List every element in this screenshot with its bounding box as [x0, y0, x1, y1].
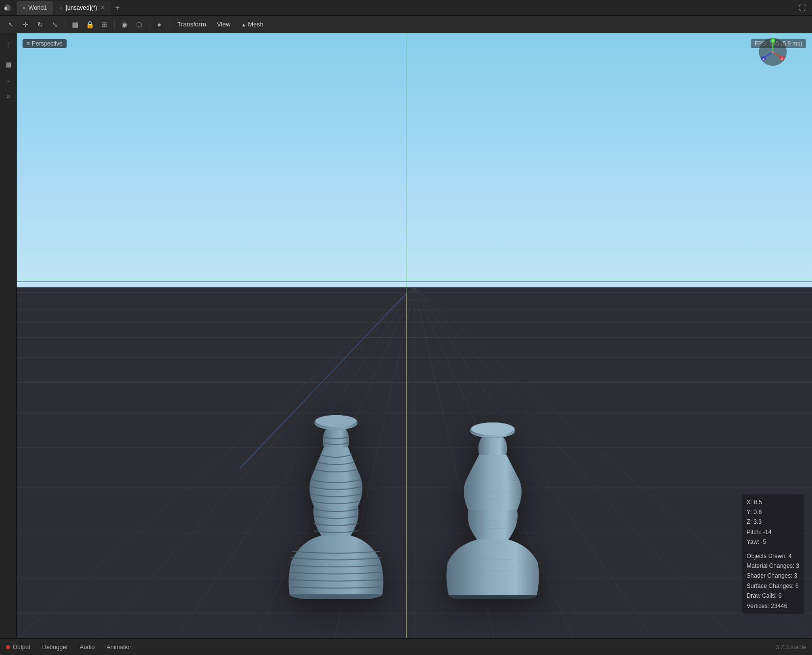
stat-spacer [747, 547, 799, 551]
tab-icon-active: ○ [60, 5, 63, 10]
status-bar: Output Debugger Audio Animation 3.2.3.st… [0, 638, 812, 655]
stat-surface: Surface Changes: 6 [747, 581, 799, 591]
stat-y: Y: 0.8 [747, 507, 799, 517]
left-sidebar: ⋮ ▦ ≡ ⌕ [0, 33, 17, 638]
status-debugger[interactable]: Debugger [42, 644, 68, 651]
svg-point-48 [771, 50, 774, 53]
scale-tool-button[interactable]: ⤡ [48, 18, 62, 31]
menu-view[interactable]: View [212, 19, 236, 30]
move-tool-button[interactable]: ✛ [19, 18, 32, 31]
world-button[interactable]: ◉ [118, 18, 131, 31]
perspective-label[interactable]: ≡ Perspective [23, 39, 67, 48]
stat-materials: Material Changes: 3 [747, 561, 799, 571]
window-controls: ● [4, 4, 11, 11]
env-button[interactable]: ⬡ [132, 18, 146, 31]
output-dot [6, 645, 10, 649]
status-animation[interactable]: Animation [106, 644, 132, 651]
snap-button[interactable]: ⊞ [97, 18, 111, 31]
navigation-gizmo[interactable]: Y X Z [758, 37, 788, 67]
svg-text:X: X [781, 57, 783, 60]
title-bar: ● ● World1 ○ [unsaved](*) ✕ + ⛶ [0, 0, 812, 16]
tab-world1[interactable]: ● World1 [17, 1, 53, 15]
tab-label: World1 [28, 4, 47, 11]
stat-objects: Objects Drawn: 4 [747, 551, 799, 561]
sidebar-grid[interactable]: ▦ [1, 57, 15, 71]
svg-line-19 [414, 287, 494, 638]
toolbar-separator-4 [169, 20, 169, 29]
svg-line-20 [414, 287, 573, 638]
stat-yaw: Yaw: -5 [747, 537, 799, 547]
lock-button[interactable]: 🔒 [83, 18, 96, 31]
sidebar-separator-1 [3, 54, 13, 54]
version-label: 3.2.3.stable [776, 644, 806, 651]
tool-dot[interactable]: ● [152, 18, 166, 31]
perspective-text: Perspective [32, 40, 63, 47]
new-tab-button[interactable]: + [112, 2, 123, 14]
animation-label: Animation [106, 644, 132, 651]
tabs-area: ● World1 ○ [unsaved](*) ✕ + [17, 1, 796, 15]
svg-line-21 [414, 287, 653, 638]
gizmo-svg: Y X Z [758, 37, 788, 67]
menu-bar: ↖ ✛ ↻ ⤡ ▦ 🔒 ⊞ ◉ ⬡ ● Transform View ▲ Mes… [0, 16, 812, 33]
stat-z: Z: 3.3 [747, 517, 799, 527]
select-tool-button[interactable]: ↖ [4, 18, 18, 31]
svg-line-13 [17, 287, 414, 638]
audio-label: Audio [80, 644, 95, 651]
horizon-line [17, 281, 812, 282]
tab-unsaved[interactable]: ○ [unsaved](*) ✕ [54, 1, 111, 15]
menu-transform[interactable]: Transform [172, 19, 211, 30]
svg-line-16 [255, 287, 414, 638]
svg-line-15 [176, 287, 414, 638]
svg-line-22 [414, 287, 733, 638]
group-button[interactable]: ▦ [68, 18, 82, 31]
sidebar-ellipsis[interactable]: ⋮ [1, 37, 15, 51]
menu-mesh[interactable]: ▲ Mesh [237, 19, 268, 30]
toolbar-separator-2 [114, 20, 115, 29]
sidebar-list[interactable]: ≡ [1, 73, 15, 87]
stat-pitch: Pitch: -14 [747, 527, 799, 537]
toolbar-separator-3 [149, 20, 149, 29]
svg-text:Z: Z [763, 57, 764, 60]
stat-x: X: 0.5 [747, 497, 799, 507]
tab-close-button[interactable]: ✕ [100, 4, 105, 11]
tab-label-active: [unsaved](*) [66, 4, 97, 11]
stat-shaders: Shader Changes: 3 [747, 571, 799, 581]
svg-line-17 [335, 287, 414, 638]
svg-text:Y: Y [772, 40, 774, 43]
sidebar-zoom[interactable]: ⌕ [1, 89, 15, 102]
perspective-menu-icon: ≡ [26, 40, 30, 47]
main-layout: ⋮ ▦ ≡ ⌕ [0, 33, 812, 638]
status-audio[interactable]: Audio [80, 644, 95, 651]
sky-background [17, 33, 812, 324]
rotate-tool-button[interactable]: ↻ [33, 18, 47, 31]
viewport[interactable]: ≡ Perspective FPS: 145 (6.9 ms) Y X Z [17, 33, 812, 638]
toolbar-separator-1 [65, 20, 65, 29]
stat-draws: Draw Calls: 6 [747, 591, 799, 601]
stat-vertices: Vertices: 23446 [747, 601, 799, 611]
ground-plane [17, 287, 812, 638]
mesh-icon: ▲ [241, 22, 246, 27]
output-label: Output [13, 644, 30, 651]
svg-line-14 [96, 287, 414, 638]
window-icon: ● [4, 4, 11, 11]
debugger-label: Debugger [42, 644, 68, 651]
grid-svg [17, 287, 812, 638]
stats-overlay: X: 0.5 Y: 0.8 Z: 3.3 Pitch: -14 Yaw: -5 … [742, 494, 804, 614]
tab-icon: ● [23, 5, 25, 10]
maximize-button[interactable]: ⛶ [796, 2, 808, 14]
status-output[interactable]: Output [6, 644, 30, 651]
